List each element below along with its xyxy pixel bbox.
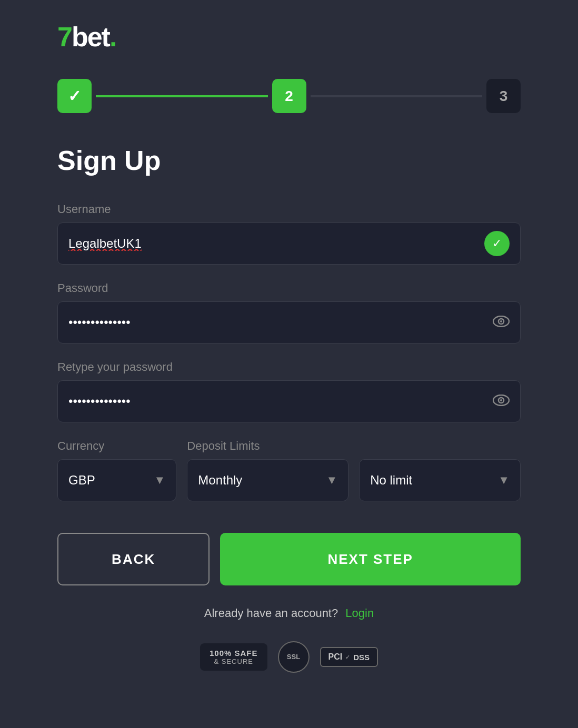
svg-point-5 <box>500 399 502 401</box>
deposit-limits-group: Deposit Limits Monthly ▼ No limit ▼ <box>187 439 521 501</box>
next-step-button[interactable]: NEXT STEP <box>220 533 521 585</box>
logo: 7bet. <box>57 21 521 53</box>
deposit-amount-arrow-icon: ▼ <box>498 473 510 487</box>
password-label: Password <box>57 281 521 295</box>
retype-password-field-group: Retype your password <box>57 360 521 422</box>
deposit-period-select[interactable]: Monthly ▼ <box>187 459 348 501</box>
password-eye-icon[interactable] <box>493 314 510 331</box>
currency-arrow-icon: ▼ <box>154 473 166 487</box>
pci-text: PCI <box>328 652 343 662</box>
retype-eye-icon[interactable] <box>493 393 510 410</box>
step-progress: ✓ 2 3 <box>57 79 521 113</box>
deposit-amount-value: No limit <box>370 473 498 488</box>
step-line-2 <box>311 95 483 97</box>
login-prompt-row: Already have an account? Login <box>57 606 521 620</box>
safe-badge-line1: 100% SAFE <box>210 649 258 658</box>
username-input-wrapper: ✓ <box>57 223 521 265</box>
logo-dot: . <box>109 22 116 52</box>
deposit-amount-select[interactable]: No limit ▼ <box>359 459 521 501</box>
step-1: ✓ <box>57 79 92 113</box>
footer-badges: 100% SAFE & SECURE SSL PCI ✓ DSS <box>57 641 521 673</box>
password-input-wrapper <box>57 301 521 343</box>
retype-password-input-wrapper <box>57 380 521 422</box>
step-3-label: 3 <box>500 88 508 105</box>
action-buttons: BACK NEXT STEP <box>57 533 521 585</box>
logo-bet: bet <box>72 22 109 52</box>
ssl-badge: SSL <box>278 641 310 673</box>
safe-badge-line2: & SECURE <box>214 658 253 665</box>
username-valid-icon: ✓ <box>484 231 510 256</box>
step-2: 2 <box>272 79 306 113</box>
currency-select[interactable]: GBP ▼ <box>57 459 176 501</box>
currency-label: Currency <box>57 439 176 453</box>
deposit-limits-selects: Monthly ▼ No limit ▼ <box>187 459 521 501</box>
check-icon: ✓ <box>68 87 81 105</box>
currency-value: GBP <box>68 473 154 488</box>
ssl-badge-text: SSL <box>287 653 300 661</box>
deposit-period-value: Monthly <box>198 473 326 488</box>
deposit-period-arrow-icon: ▼ <box>326 473 337 487</box>
deposit-limits-label: Deposit Limits <box>187 439 521 453</box>
page-title: Sign Up <box>57 145 521 176</box>
login-link[interactable]: Login <box>345 606 374 620</box>
svg-point-2 <box>500 320 502 322</box>
step-line-1 <box>96 95 268 97</box>
username-field-group: Username ✓ <box>57 203 521 265</box>
retype-password-label: Retype your password <box>57 360 521 374</box>
password-field-group: Password <box>57 281 521 343</box>
currency-field-group: Currency GBP ▼ <box>57 439 176 501</box>
pci-checkmark: ✓ <box>345 654 350 661</box>
dss-text: DSS <box>353 653 370 662</box>
step-3: 3 <box>486 79 521 113</box>
safe-secure-badge: 100% SAFE & SECURE <box>200 643 267 671</box>
currency-deposit-row: Currency GBP ▼ Deposit Limits Monthly ▼ … <box>57 439 521 501</box>
pci-dss-badge: PCI ✓ DSS <box>320 647 378 667</box>
username-input[interactable] <box>68 236 484 251</box>
logo-seven: 7 <box>57 22 72 52</box>
step-2-label: 2 <box>285 88 293 105</box>
retype-password-input[interactable] <box>68 394 493 409</box>
login-prompt-text: Already have an account? <box>204 606 338 620</box>
back-button[interactable]: BACK <box>57 533 210 585</box>
username-label: Username <box>57 203 521 216</box>
password-input[interactable] <box>68 315 493 330</box>
